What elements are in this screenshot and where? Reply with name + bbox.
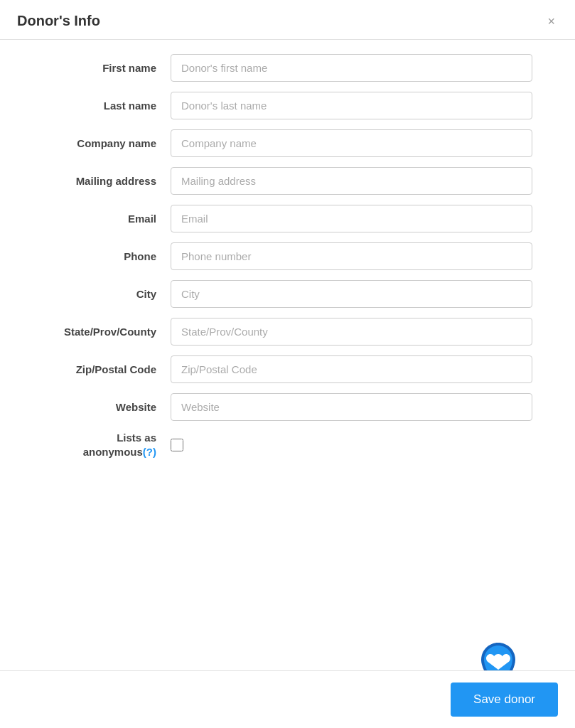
form-row-email-input: Email: [28, 205, 532, 232]
donor-info-modal: Donor's Info × First nameLast nameCompan…: [0, 0, 575, 728]
form-row-company-name-input: Company name: [28, 129, 532, 157]
website-input[interactable]: [171, 393, 532, 421]
modal-title: Donor's Info: [17, 13, 100, 29]
company-name-input[interactable]: [171, 129, 532, 157]
anonymous-checkbox[interactable]: [171, 439, 183, 451]
form-body: First nameLast nameCompany nameMailing a…: [0, 40, 575, 483]
anonymous-checkbox-wrapper: [171, 439, 183, 451]
label-website-input: Website: [28, 401, 171, 413]
modal-footer: Save donor: [0, 670, 575, 728]
form-row-phone-input: Phone: [28, 242, 532, 270]
label-anonymous: Lists asanonymous(?): [28, 431, 171, 459]
label-zip-input: Zip/Postal Code: [28, 363, 171, 375]
label-state-input: State/Prov/County: [28, 326, 171, 338]
label-last-name-input: Last name: [28, 100, 171, 112]
form-row-last-name-input: Last name: [28, 92, 532, 119]
label-company-name-input: Company name: [28, 137, 171, 149]
state-input[interactable]: [171, 318, 532, 346]
mailing-address-input[interactable]: [171, 167, 532, 195]
label-phone-input: Phone: [28, 250, 171, 262]
anonymous-help-link[interactable]: (?): [143, 446, 156, 458]
modal-header: Donor's Info ×: [0, 0, 575, 40]
phone-input[interactable]: [171, 242, 532, 270]
form-row-state-input: State/Prov/County: [28, 318, 532, 346]
label-mailing-address-input: Mailing address: [28, 175, 171, 187]
zip-input[interactable]: [171, 355, 532, 383]
form-row-city-input: City: [28, 280, 532, 308]
form-row-mailing-address-input: Mailing address: [28, 167, 532, 195]
close-button[interactable]: ×: [544, 15, 558, 28]
label-email-input: Email: [28, 213, 171, 225]
email-input[interactable]: [171, 205, 532, 232]
label-first-name-input: First name: [28, 62, 171, 74]
form-row-anonymous: Lists asanonymous(?): [28, 431, 532, 459]
city-input[interactable]: [171, 280, 532, 308]
form-row-zip-input: Zip/Postal Code: [28, 355, 532, 383]
form-row-website-input: Website: [28, 393, 532, 421]
form-row-first-name-input: First name: [28, 54, 532, 82]
first-name-input[interactable]: [171, 54, 532, 82]
label-city-input: City: [28, 288, 171, 300]
last-name-input[interactable]: [171, 92, 532, 119]
save-donor-button[interactable]: Save donor: [451, 682, 558, 717]
